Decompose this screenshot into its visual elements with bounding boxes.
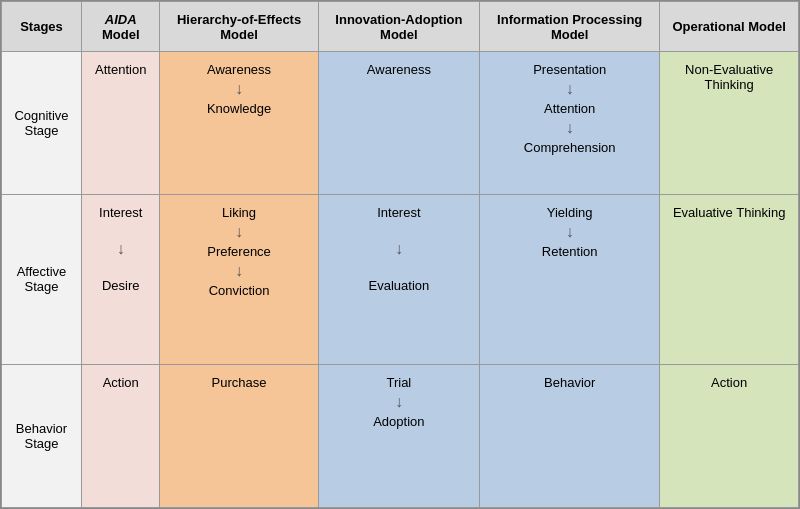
arrow-6: ↓ (164, 263, 313, 279)
header-ops: Operational Model (660, 2, 799, 52)
behavior-info: Behavior (480, 364, 660, 507)
behavior-aida: Action (82, 364, 160, 507)
arrow-4: ↓ (86, 241, 155, 257)
affective-ops: Evaluative Thinking (660, 195, 799, 364)
arrow-1: ↓ (164, 81, 313, 97)
stage-affective: Affective Stage (2, 195, 82, 364)
main-table: Stages AIDA Model Hierarchy-of-Effects M… (0, 0, 800, 509)
cognitive-ops: Non-Evaluative Thinking (660, 52, 799, 195)
behavior-inn: Trial ↓ Adoption (318, 364, 479, 507)
arrow-7: ↓ (323, 241, 475, 257)
header-info: Information Processing Model (480, 2, 660, 52)
header-aida: AIDA Model (82, 2, 160, 52)
cognitive-hoe: Awareness ↓ Knowledge (160, 52, 318, 195)
cognitive-aida: Attention (82, 52, 160, 195)
affective-info: Yielding ↓ Retention (480, 195, 660, 364)
affective-hoe: Liking ↓ Preference ↓ Conviction (160, 195, 318, 364)
stage-behavior: Behavior Stage (2, 364, 82, 507)
header-stages: Stages (2, 2, 82, 52)
cognitive-info: Presentation ↓ Attention ↓ Comprehension (480, 52, 660, 195)
stage-cognitive: Cognitive Stage (2, 52, 82, 195)
header-hoe: Hierarchy-of-Effects Model (160, 2, 318, 52)
arrow-3: ↓ (484, 120, 655, 136)
affective-aida: Interest ↓ Desire (82, 195, 160, 364)
header-inn: Innovation-Adoption Model (318, 2, 479, 52)
arrow-9: ↓ (323, 394, 475, 410)
arrow-5: ↓ (164, 224, 313, 240)
behavior-hoe: Purchase (160, 364, 318, 507)
affective-inn: Interest ↓ Evaluation (318, 195, 479, 364)
arrow-8: ↓ (484, 224, 655, 240)
arrow-2: ↓ (484, 81, 655, 97)
behavior-ops: Action (660, 364, 799, 507)
cognitive-inn: Awareness (318, 52, 479, 195)
